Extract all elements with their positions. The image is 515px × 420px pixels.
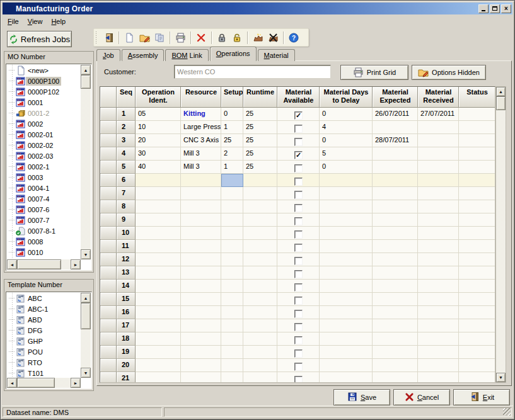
delay-cell[interactable]: 0 (320, 134, 373, 147)
received-cell[interactable] (418, 174, 459, 187)
op-cell[interactable] (136, 213, 181, 227)
expected-cell[interactable] (373, 121, 418, 134)
help-icon[interactable]: ? (286, 30, 301, 45)
menu-item-file[interactable]: File (3, 16, 23, 26)
status-cell[interactable] (459, 147, 495, 161)
refresh-jobs-button[interactable]: Refresh Jobs (7, 31, 72, 47)
delay-cell[interactable] (320, 253, 373, 266)
delay-cell[interactable] (320, 266, 373, 280)
setup-cell[interactable] (221, 293, 243, 306)
row-selector[interactable] (100, 240, 117, 253)
expected-cell[interactable] (373, 200, 418, 213)
row-selector[interactable] (100, 161, 117, 174)
print-icon[interactable] (173, 30, 188, 45)
seq-cell[interactable]: 20 (117, 359, 136, 372)
row-selector[interactable] (100, 174, 117, 187)
scroll-right-button[interactable]: ► (71, 259, 81, 270)
op-cell[interactable] (136, 227, 181, 240)
received-cell[interactable] (418, 359, 459, 372)
delay-cell[interactable] (320, 280, 373, 293)
material-available-checkbox[interactable] (294, 244, 303, 252)
mo-item-0002-01[interactable]: 0002-01 (7, 129, 81, 140)
available-cell[interactable]: ✓ (277, 108, 320, 121)
row-selector[interactable] (100, 359, 117, 372)
selected-cell[interactable] (221, 174, 243, 187)
runtime-cell[interactable] (243, 359, 277, 372)
seq-cell[interactable]: 9 (117, 213, 136, 227)
available-cell[interactable] (277, 266, 320, 280)
available-cell[interactable] (277, 359, 320, 372)
runtime-cell[interactable]: 25 (243, 134, 277, 147)
available-cell[interactable] (277, 253, 320, 266)
received-cell[interactable] (418, 147, 459, 161)
lock-icon[interactable] (214, 30, 229, 45)
available-cell[interactable] (277, 240, 320, 253)
template-item-rto[interactable]: RTO (7, 357, 81, 368)
op-cell[interactable] (136, 293, 181, 306)
delay-cell[interactable] (320, 306, 373, 319)
available-cell[interactable] (277, 332, 320, 346)
scroll-thumb[interactable] (81, 303, 91, 329)
available-cell[interactable] (277, 280, 320, 293)
delay-cell[interactable] (320, 293, 373, 306)
status-cell[interactable] (459, 332, 495, 346)
status-cell[interactable] (459, 253, 495, 266)
status-cell[interactable] (459, 293, 495, 306)
available-cell[interactable] (277, 187, 320, 200)
runtime-cell[interactable] (243, 200, 277, 213)
edit-folder-icon[interactable] (137, 30, 152, 45)
scroll-left-button[interactable]: ◄ (7, 259, 17, 270)
seq-cell[interactable]: 15 (117, 293, 136, 306)
scroll-down-button[interactable]: ▼ (81, 249, 91, 259)
expected-cell[interactable] (373, 147, 418, 161)
material-available-checkbox[interactable] (294, 164, 303, 173)
status-cell[interactable] (459, 200, 495, 213)
row-selector[interactable] (100, 332, 117, 346)
expected-cell[interactable] (373, 240, 418, 253)
delay-cell[interactable] (320, 346, 373, 359)
customer-input[interactable] (174, 65, 331, 79)
status-cell[interactable] (459, 346, 495, 359)
row-selector[interactable] (100, 108, 117, 121)
mo-item-0004-1[interactable]: 0004-1 (7, 183, 81, 193)
delay-cell[interactable]: 0 (320, 161, 373, 174)
row-selector[interactable] (100, 147, 117, 161)
scroll-thumb[interactable] (496, 96, 506, 110)
resource-cell[interactable] (181, 319, 221, 332)
op-cell[interactable]: 30 (136, 147, 181, 161)
setup-cell[interactable] (221, 227, 243, 240)
mo-item-0002[interactable]: 0002 (7, 118, 81, 129)
grid-vertical-scrollbar[interactable]: ▲ ▼ (495, 86, 506, 383)
available-cell[interactable] (277, 372, 320, 383)
menu-item-help[interactable]: Help (47, 16, 70, 26)
received-cell[interactable] (418, 161, 459, 174)
delay-cell[interactable] (320, 213, 373, 227)
resource-cell[interactable] (181, 174, 221, 187)
op-cell[interactable] (136, 359, 181, 372)
scroll-track[interactable] (496, 87, 506, 382)
options-hidden-button[interactable]: Options Hidden (412, 65, 486, 80)
row-selector[interactable] (100, 134, 117, 147)
template-item-abd[interactable]: ABD (7, 314, 81, 325)
mo-item-0010[interactable]: 0010 (7, 247, 81, 258)
seq-cell[interactable]: 10 (117, 227, 136, 240)
op-cell[interactable] (136, 332, 181, 346)
material-available-checkbox[interactable] (294, 336, 303, 344)
received-cell[interactable] (418, 280, 459, 293)
status-cell[interactable] (459, 134, 495, 147)
available-cell[interactable] (277, 346, 320, 359)
seq-cell[interactable]: 14 (117, 280, 136, 293)
setup-cell[interactable] (221, 213, 243, 227)
scroll-up-button[interactable]: ▲ (496, 87, 506, 96)
resource-cell[interactable] (181, 306, 221, 319)
row-selector[interactable] (100, 200, 117, 213)
copy-icon[interactable] (152, 30, 167, 45)
mo-item-0002-02[interactable]: 0002-02 (7, 140, 81, 150)
resource-cell[interactable] (181, 227, 221, 240)
status-cell[interactable] (459, 372, 495, 383)
setup-cell[interactable] (221, 319, 243, 332)
setup-cell[interactable]: 25 (221, 134, 243, 147)
available-cell[interactable] (277, 200, 320, 213)
row-selector[interactable] (100, 280, 117, 293)
material-available-checkbox[interactable] (294, 230, 303, 239)
